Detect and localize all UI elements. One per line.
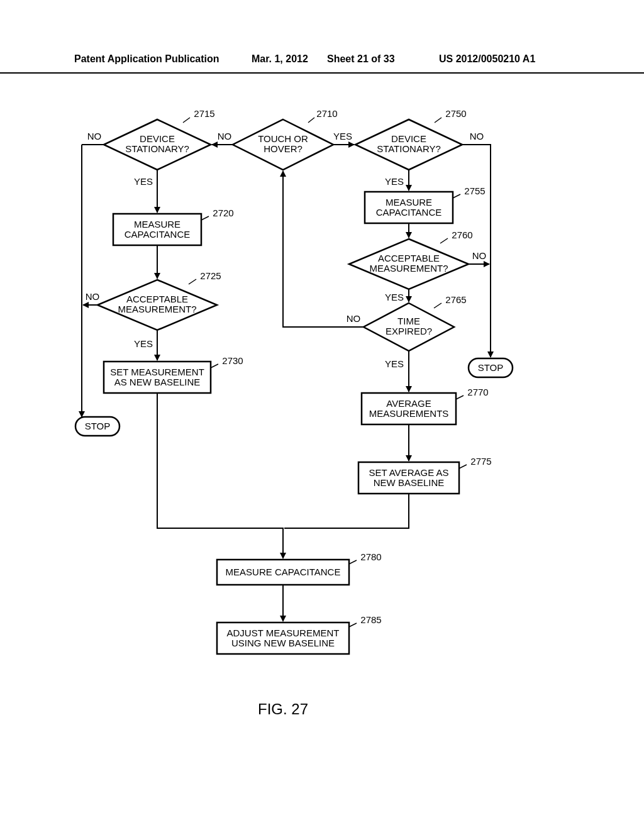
stop1-text: STOP — [85, 421, 111, 431]
branch-2710-yes: YES — [333, 131, 352, 141]
decision-device-stationary-right: DEVICESTATIONARY? — [355, 119, 462, 170]
n2730-text: SET MEASUREMENTAS NEW BASELINE — [110, 367, 204, 387]
process-average-measurements: AVERAGEMEASUREMENTS — [362, 393, 456, 424]
n2780-text: MEASURE CAPACITANCE — [226, 567, 341, 577]
decision-device-stationary-left: DEVICESTATIONARY? — [104, 119, 211, 170]
ref-2765: 2765 — [445, 294, 466, 305]
stop2-text: STOP — [478, 362, 504, 373]
svg-line-25 — [349, 560, 357, 564]
terminator-stop-left: STOP — [75, 417, 119, 436]
header-pubno: US 2012/0050210 A1 — [439, 53, 535, 65]
svg-line-1 — [308, 118, 314, 123]
n2775-text: SET AVERAGE ASNEW BASELINE — [369, 467, 448, 488]
diagram-stage: TOUCH ORHOVER? 2710 DEVICESTATIONARY? 27… — [0, 75, 644, 767]
n2720-text: MEASURECAPACITANCE — [125, 219, 190, 240]
branch-2715-yes: YES — [134, 176, 153, 187]
svg-line-13 — [440, 238, 448, 243]
branch-2725-yes: YES — [134, 338, 153, 349]
svg-line-3 — [183, 118, 190, 123]
ref-2730: 2730 — [222, 355, 243, 366]
decision-acceptable-right: ACCEPTABLEMEASUREMENT? — [349, 239, 469, 289]
svg-line-7 — [201, 216, 209, 220]
ref-2785: 2785 — [360, 614, 381, 625]
ref-2710: 2710 — [316, 108, 337, 119]
branch-2760-yes: YES — [385, 292, 404, 302]
ref-2770: 2770 — [467, 387, 488, 397]
n2710-line1: TOUCH ORHOVER? — [258, 133, 308, 154]
ref-2760: 2760 — [452, 230, 472, 240]
branch-2715-no: NO — [87, 131, 102, 141]
branch-2750-yes: YES — [385, 176, 404, 187]
decision-touch-or-hover: TOUCH ORHOVER? — [233, 119, 333, 170]
process-adjust-measurement: ADJUST MEASUREMENTUSING NEW BASELINE — [217, 622, 349, 654]
ref-2750: 2750 — [445, 108, 466, 119]
svg-line-11 — [189, 279, 196, 284]
branch-2760-no: NO — [472, 250, 487, 261]
branch-2710-no: NO — [218, 131, 232, 141]
process-set-measurement-baseline: SET MEASUREMENTAS NEW BASELINE — [104, 362, 211, 393]
svg-line-23 — [459, 465, 467, 468]
header-left: Patent Application Publication — [74, 53, 219, 65]
svg-line-27 — [349, 623, 357, 627]
terminator-stop-right: STOP — [469, 358, 513, 377]
n2755-text: MEASURECAPACITANCE — [376, 197, 441, 218]
process-set-average-baseline: SET AVERAGE ASNEW BASELINE — [358, 462, 459, 494]
svg-line-5 — [435, 118, 441, 123]
svg-line-15 — [211, 364, 218, 368]
svg-line-17 — [434, 303, 441, 308]
process-measure-capacitance-left: MEASURECAPACITANCE — [113, 214, 201, 245]
branch-2750-no: NO — [470, 131, 484, 141]
svg-line-9 — [453, 194, 460, 198]
process-measure-capacitance-right: MEASURECAPACITANCE — [365, 192, 453, 223]
figure-label: FIG. 27 — [258, 700, 308, 717]
header-date: Mar. 1, 2012 — [252, 53, 308, 65]
ref-2780: 2780 — [360, 551, 381, 562]
branch-2765-yes: YES — [385, 358, 404, 369]
branch-2725-no: NO — [86, 291, 100, 302]
n2725-text: ACCEPTABLEMEASUREMENT? — [118, 294, 196, 314]
ref-2775: 2775 — [470, 456, 491, 467]
ref-2720: 2720 — [213, 208, 233, 218]
svg-line-21 — [456, 396, 464, 399]
header-sheet: Sheet 21 of 33 — [327, 53, 395, 65]
ref-2715: 2715 — [194, 108, 214, 119]
branch-2765-no: NO — [347, 313, 361, 324]
ref-2725: 2725 — [200, 270, 221, 281]
n2785-text: ADJUST MEASUREMENTUSING NEW BASELINE — [227, 628, 340, 648]
n2760-text: ACCEPTABLEMEASUREMENT? — [369, 253, 448, 274]
decision-acceptable-left: ACCEPTABLEMEASUREMENT? — [97, 280, 217, 330]
decision-time-expired: TIMEEXPIRED? — [364, 303, 454, 351]
process-measure-capacitance-bottom: MEASURE CAPACITANCE — [217, 560, 349, 585]
ref-2755: 2755 — [464, 185, 485, 196]
